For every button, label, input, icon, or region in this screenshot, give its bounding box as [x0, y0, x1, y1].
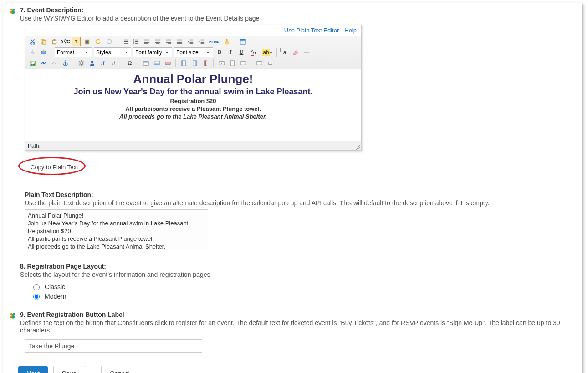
svg-rect-100 — [12, 316, 14, 319]
section-8-title: 8. Registration Page Layout: — [20, 263, 210, 270]
align-left-icon[interactable] — [142, 37, 151, 46]
svg-rect-14 — [86, 40, 88, 43]
format-select[interactable]: Format — [55, 47, 92, 57]
svg-rect-26 — [135, 43, 138, 43]
svg-point-7 — [33, 42, 35, 44]
svg-rect-79 — [165, 62, 170, 63]
paste-text-icon[interactable]: T — [72, 37, 81, 46]
gear-icon[interactable] — [77, 58, 86, 67]
merge-cells-icon[interactable] — [239, 58, 248, 67]
delete-row-icon[interactable] — [163, 58, 172, 67]
outdent-icon[interactable] — [186, 37, 195, 46]
cancel-button[interactable]: Cancel — [101, 366, 138, 373]
svg-rect-81 — [181, 60, 183, 65]
paste-word-icon[interactable] — [82, 37, 92, 46]
font-family-select[interactable]: Font family — [133, 47, 172, 57]
editor-content-area[interactable]: Annual Polar Plunge! Join us New Year's … — [25, 69, 361, 141]
svg-rect-48 — [200, 41, 204, 41]
paste-icon[interactable] — [50, 37, 59, 46]
svg-rect-16 — [124, 39, 128, 40]
svg-rect-57 — [41, 52, 46, 54]
resize-handle-icon[interactable] — [355, 145, 360, 150]
table-props-icon[interactable] — [255, 58, 264, 67]
table-icon[interactable] — [238, 37, 247, 46]
section-7-subtitle: Use the WYSIWYG Editor to add a descript… — [20, 15, 259, 22]
italic-button[interactable]: I — [226, 48, 235, 57]
col-after-icon[interactable] — [190, 58, 199, 67]
image-icon[interactable] — [28, 58, 37, 67]
plain-text-label: Plain Text Description: — [25, 191, 576, 198]
align-justify-icon[interactable] — [175, 37, 184, 46]
svg-rect-37 — [166, 42, 171, 42]
copy-to-plain-text-button[interactable]: Copy to Plain Text — [25, 161, 84, 173]
svg-rect-75 — [143, 61, 148, 62]
editor-path-bar: Path: — [25, 141, 361, 150]
section-7-title: 7. Event Description: — [20, 6, 259, 14]
svg-rect-41 — [177, 42, 182, 42]
anchor-icon[interactable] — [61, 58, 70, 67]
content-subheading: Join us New Year's Day for the annual sw… — [29, 87, 358, 97]
layout-modern-radio[interactable]: Modern — [31, 292, 576, 300]
svg-line-71 — [79, 64, 80, 65]
delete-col-icon[interactable] — [201, 58, 210, 67]
svg-rect-40 — [177, 41, 182, 41]
eraser-icon[interactable] — [291, 48, 300, 57]
svg-point-4 — [12, 9, 14, 11]
svg-rect-45 — [189, 42, 193, 42]
content-heading: Annual Polar Plunge! — [29, 72, 358, 86]
indent-icon[interactable] — [197, 37, 206, 46]
split-vert-icon[interactable] — [228, 58, 237, 67]
html-button[interactable]: HTML — [208, 37, 220, 46]
plain-text-textarea[interactable]: Annual Polar Plunge! Join us New Year's … — [25, 209, 208, 250]
ul-icon[interactable] — [120, 37, 129, 46]
help-link[interactable]: Help — [344, 27, 357, 34]
copy-icon[interactable] — [39, 37, 48, 46]
align-center-icon[interactable] — [153, 37, 162, 46]
people-icon — [9, 8, 16, 15]
highlight-color-button[interactable]: ab ▾ — [261, 48, 273, 57]
col-before-icon[interactable] — [179, 58, 188, 67]
undo-icon[interactable] — [93, 37, 102, 46]
svg-rect-47 — [200, 39, 204, 40]
ol-icon[interactable]: 123 — [131, 37, 140, 46]
cut-icon[interactable] — [28, 37, 37, 46]
row-after-icon[interactable] — [152, 58, 161, 67]
if-button[interactable]: if — [98, 58, 107, 67]
cell-props-icon[interactable] — [266, 58, 275, 67]
if-italic-button[interactable]: if — [109, 58, 118, 67]
bold-button[interactable]: B — [215, 48, 224, 57]
row-before-icon[interactable] — [141, 58, 150, 67]
styles-select[interactable]: Styles — [94, 47, 131, 57]
link-icon[interactable] — [39, 58, 48, 67]
cleanup-icon[interactable] — [222, 37, 231, 46]
svg-rect-46 — [189, 43, 193, 44]
text-color-button[interactable]: A ▾ — [248, 48, 260, 57]
svg-point-64 — [80, 62, 82, 64]
redo-icon[interactable] — [104, 37, 113, 46]
svg-line-70 — [82, 64, 83, 65]
svg-point-73 — [91, 60, 93, 63]
svg-rect-20 — [124, 43, 128, 43]
save-button[interactable]: Save — [53, 366, 85, 373]
special-char-icon[interactable]: Ω — [125, 58, 134, 67]
underline-button[interactable]: U — [237, 48, 246, 57]
user-icon[interactable] — [87, 58, 97, 67]
remove-format-icon[interactable]: A — [28, 48, 37, 57]
align-right-icon[interactable] — [164, 37, 173, 46]
select-all-icon[interactable]: a — [280, 48, 289, 57]
svg-rect-35 — [166, 39, 171, 40]
hr-icon[interactable] — [302, 48, 311, 57]
find-icon[interactable] — [39, 48, 48, 57]
svg-rect-49 — [200, 42, 204, 42]
use-plain-text-link[interactable]: Use Plain Text Editor — [284, 27, 339, 34]
content-line-2: All participants receive a Pleasant Plun… — [29, 105, 358, 112]
svg-rect-31 — [155, 39, 160, 40]
font-size-select[interactable]: Font size — [174, 47, 213, 57]
split-horiz-icon[interactable] — [217, 58, 226, 67]
layout-classic-radio[interactable]: Classic — [31, 283, 576, 290]
unlink-icon[interactable] — [50, 58, 59, 67]
spellcheck-icon[interactable]: AṼC — [61, 37, 70, 46]
next-button[interactable]: Next — [18, 366, 48, 373]
svg-rect-34 — [156, 43, 159, 44]
button-label-input[interactable] — [25, 339, 202, 353]
